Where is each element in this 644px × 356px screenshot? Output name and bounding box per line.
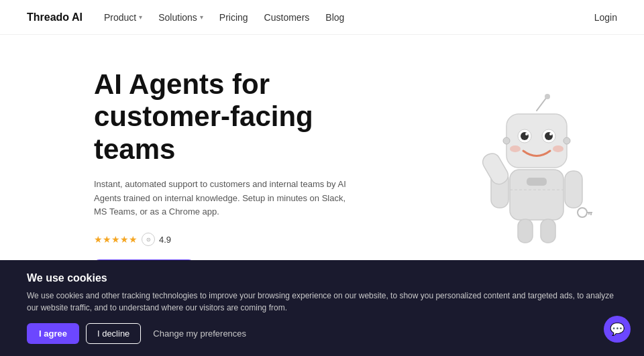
hero-subtitle: Instant, automated support to customers … <box>94 178 349 219</box>
cookie-banner: We use cookies We use cookies and other … <box>0 260 644 356</box>
svg-rect-15 <box>527 178 547 186</box>
cookie-actions: I agree I decline Change my preferences <box>27 323 617 344</box>
chevron-down-icon: ▾ <box>139 13 142 21</box>
svg-rect-20 <box>541 219 555 243</box>
svg-rect-13 <box>510 170 564 220</box>
svg-point-12 <box>564 137 570 144</box>
chat-bubble-button[interactable]: 💬 <box>604 316 631 343</box>
robot-illustration <box>470 91 617 265</box>
svg-point-21 <box>578 208 587 217</box>
svg-point-10 <box>553 145 564 152</box>
svg-rect-2 <box>506 114 567 168</box>
star-icons: ★★★★★ <box>94 234 138 245</box>
nav-customers[interactable]: Customers <box>264 12 310 23</box>
chat-icon: 💬 <box>610 322 625 337</box>
svg-point-1 <box>545 94 550 99</box>
cookie-decline-button[interactable]: I decline <box>86 323 141 344</box>
svg-rect-17 <box>565 171 582 208</box>
nav-solutions[interactable]: Solutions ▾ <box>158 12 203 23</box>
svg-point-9 <box>510 145 521 152</box>
cookie-title: We use cookies <box>27 272 617 284</box>
svg-rect-19 <box>518 219 533 243</box>
brand-name: Threado AI <box>27 11 83 23</box>
nav-links: Product ▾ Solutions ▾ Pricing Customers … <box>104 12 344 23</box>
hero-content: AI Agents for customer-facing teams Inst… <box>94 68 389 286</box>
cookie-text: We use cookies and other tracking techno… <box>27 290 617 314</box>
svg-line-0 <box>537 97 547 111</box>
hero-title: AI Agents for customer-facing teams <box>94 68 389 166</box>
svg-point-7 <box>525 133 528 135</box>
svg-point-11 <box>503 137 510 144</box>
nav-pricing[interactable]: Pricing <box>219 12 248 23</box>
cookie-agree-button[interactable]: I agree <box>27 323 79 344</box>
nav-left: Threado AI Product ▾ Solutions ▾ Pricing… <box>27 11 344 23</box>
cookie-change-button[interactable]: Change my preferences <box>148 329 252 339</box>
rating-value: 4.9 <box>159 235 171 245</box>
nav-blog[interactable]: Blog <box>325 12 344 23</box>
chevron-down-icon: ▾ <box>200 13 203 21</box>
hero-rating: ★★★★★ ⊙ 4.9 <box>94 233 389 246</box>
login-button[interactable]: Login <box>594 12 617 23</box>
svg-point-8 <box>549 133 552 135</box>
nav-product[interactable]: Product ▾ <box>104 12 142 23</box>
rating-circle-icon: ⊙ <box>142 233 155 246</box>
robot-svg <box>470 91 604 251</box>
navbar: Threado AI Product ▾ Solutions ▾ Pricing… <box>0 0 644 35</box>
